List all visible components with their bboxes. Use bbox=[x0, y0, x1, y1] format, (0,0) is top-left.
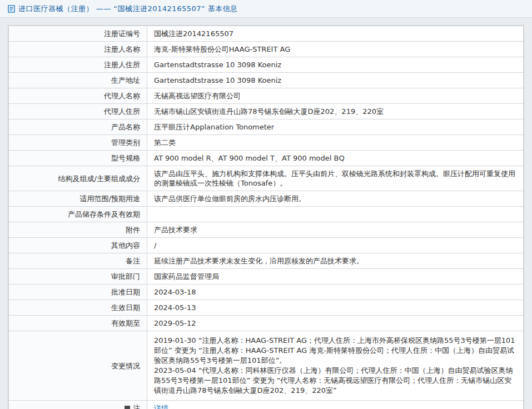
row-value: Gartenstadtstrasse 10 3098 Koeniz bbox=[147, 57, 524, 73]
row-value: 延续注册产品技术要求未发生变化，沿用原核发的产品技术要求。 bbox=[147, 253, 524, 269]
row-label: 附件 bbox=[9, 222, 147, 238]
row-label-text: 产品名称 bbox=[111, 123, 140, 131]
row-label: 注册证编号 bbox=[9, 26, 147, 42]
row-label-text: 结构及组成/主要组成成分 bbox=[58, 174, 140, 183]
row-value: 2024-03-18 bbox=[147, 285, 524, 300]
row-label-text: 其他内容 bbox=[111, 241, 140, 250]
row-label: 生产地址 bbox=[9, 73, 147, 88]
row-label-text: 生效日期 bbox=[111, 303, 140, 312]
row-value: 国械注进20142165507 bbox=[147, 26, 524, 42]
table-row: 变更情况2019-01-30 “注册人名称：HAAG-STREIT AG；代理人… bbox=[9, 331, 524, 401]
comment-icon bbox=[124, 404, 131, 409]
row-value: 产品技术要求 bbox=[147, 222, 524, 238]
row-label-text: 审批部门 bbox=[111, 272, 140, 281]
row-value: 2024-05-13 bbox=[147, 300, 524, 316]
row-label: 有效期至 bbox=[9, 316, 147, 331]
table-row: 产品名称压平眼压计Applanation Tonometer bbox=[9, 119, 524, 135]
table-row: 注册人名称海克-斯特莱特股份公司HAAG-STREIT AG bbox=[9, 42, 524, 57]
row-label-text: 有效期至 bbox=[111, 319, 140, 327]
table-row: 批准日期2024-03-18 bbox=[9, 285, 524, 300]
row-label-text: 管理类别 bbox=[111, 138, 140, 147]
row-label: 结构及组成/主要组成成分 bbox=[9, 166, 147, 191]
page-header: 进口医疗器械（注册） —— “国械注进20142165507” 基本信息 bbox=[0, 0, 532, 18]
row-value: 无锡市锡山区安镇街道丹山路78号锡东创融大厦D座202、219、220室 bbox=[147, 104, 524, 119]
info-table-body: 注册证编号国械注进20142165507注册人名称海克-斯特莱特股份公司HAAG… bbox=[9, 26, 524, 409]
table-row: 型号规格AT 900 model R、AT 900 model T、AT 900… bbox=[9, 151, 524, 166]
row-label-text: 注册人住所 bbox=[104, 61, 140, 69]
row-label: 管理类别 bbox=[9, 135, 147, 151]
row-label-text: 代理人住所 bbox=[104, 107, 140, 116]
table-row: 附件产品技术要求 bbox=[9, 222, 524, 238]
table-row: 有效期至2029-05-12 bbox=[9, 316, 524, 331]
row-label: 代理人住所 bbox=[9, 104, 147, 119]
row-value: 第二类 bbox=[147, 135, 524, 151]
row-label: 注册人名称 bbox=[9, 42, 147, 57]
table-row: 注册证编号国械注进20142165507 bbox=[9, 26, 524, 42]
row-label-text: 注册人名称 bbox=[104, 45, 140, 53]
row-label: 产品储存条件及有效期 bbox=[9, 207, 147, 222]
table-row: 管理类别第二类 bbox=[9, 135, 524, 151]
table-row: 代理人住所无锡市锡山区安镇街道丹山路78号锡东创融大厦D座202、219、220… bbox=[9, 104, 524, 119]
row-label: 型号规格 bbox=[9, 151, 147, 166]
table-row: 生产地址Gartenstadtstrasse 10 3098 Koeniz bbox=[9, 73, 524, 88]
page: { "header": { "title": "进口医疗器械（注册） —— “国… bbox=[0, 0, 532, 409]
row-label: 注册人住所 bbox=[9, 57, 147, 73]
row-value: / bbox=[147, 238, 524, 253]
row-label: 批准日期 bbox=[9, 285, 147, 300]
row-label-text: 型号规格 bbox=[111, 154, 140, 162]
row-value: 该产品供医疗单位做眼前房的房水内压诊断用。 bbox=[147, 191, 524, 207]
row-label: 审批部门 bbox=[9, 269, 147, 285]
row-label-text: 附件 bbox=[126, 226, 140, 234]
row-label-text: 批准日期 bbox=[111, 288, 140, 296]
table-row: 注册人住所Gartenstadtstrasse 10 3098 Koeniz bbox=[9, 57, 524, 73]
row-value: AT 900 model R、AT 900 model T、AT 900 mod… bbox=[147, 151, 524, 166]
row-label: 代理人名称 bbox=[9, 88, 147, 104]
row-label: 备注 bbox=[9, 253, 147, 269]
row-label-text: 产品储存条件及有效期 bbox=[68, 210, 140, 218]
row-label: 生效日期 bbox=[9, 300, 147, 316]
table-row: 注详情 bbox=[9, 401, 524, 409]
row-value: 2019-01-30 “注册人名称：HAAG-STREIT AG；代理人住所：上… bbox=[147, 331, 524, 401]
row-value: 无锡高视远望医疗有限公司 bbox=[147, 88, 524, 104]
row-value: 国家药品监督管理局 bbox=[147, 269, 524, 285]
document-icon bbox=[8, 5, 15, 13]
row-label-text: 代理人名称 bbox=[104, 92, 140, 100]
row-value: 该产品由压平头、施力机构和支撑体构成。压平头由前片、双棱镜光路系统和封装罩构成。… bbox=[147, 166, 524, 191]
row-label-text: 注 bbox=[133, 404, 140, 409]
row-value: 压平眼压计Applanation Tonometer bbox=[147, 119, 524, 135]
row-label: 其他内容 bbox=[9, 238, 147, 253]
table-row: 生效日期2024-05-13 bbox=[9, 300, 524, 316]
registration-info-table: 注册证编号国械注进20142165507注册人名称海克-斯特莱特股份公司HAAG… bbox=[8, 25, 524, 409]
row-label-text: 适用范围/预期用途 bbox=[80, 194, 140, 203]
table-row: 其他内容/ bbox=[9, 238, 524, 253]
table-row: 备注延续注册产品技术要求未发生变化，沿用原核发的产品技术要求。 bbox=[9, 253, 524, 269]
detail-link[interactable]: 详情 bbox=[154, 404, 168, 409]
table-row: 适用范围/预期用途该产品供医疗单位做眼前房的房水内压诊断用。 bbox=[9, 191, 524, 207]
row-label: 产品名称 bbox=[9, 119, 147, 135]
row-label: 变更情况 bbox=[9, 331, 147, 401]
table-row: 结构及组成/主要组成成分该产品由压平头、施力机构和支撑体构成。压平头由前片、双棱… bbox=[9, 166, 524, 191]
row-value: Gartenstadtstrasse 10 3098 Koeniz bbox=[147, 73, 524, 88]
page-title: 进口医疗器械（注册） —— “国械注进20142165507” 基本信息 bbox=[18, 4, 238, 14]
table-row: 产品储存条件及有效期 bbox=[9, 207, 524, 222]
table-row: 审批部门国家药品监督管理局 bbox=[9, 269, 524, 285]
row-value: 海克-斯特莱特股份公司HAAG-STREIT AG bbox=[147, 42, 524, 57]
row-label: 注 bbox=[9, 401, 147, 409]
row-label-text: 注册证编号 bbox=[104, 29, 140, 38]
row-value: 2029-05-12 bbox=[147, 316, 524, 331]
row-label-text: 备注 bbox=[126, 257, 140, 265]
row-value: 详情 bbox=[147, 401, 524, 409]
row-label-text: 变更情况 bbox=[111, 362, 140, 370]
row-label: 适用范围/预期用途 bbox=[9, 191, 147, 207]
table-row: 代理人名称无锡高视远望医疗有限公司 bbox=[9, 88, 524, 104]
row-label-text: 生产地址 bbox=[111, 76, 140, 84]
row-value bbox=[147, 207, 524, 222]
